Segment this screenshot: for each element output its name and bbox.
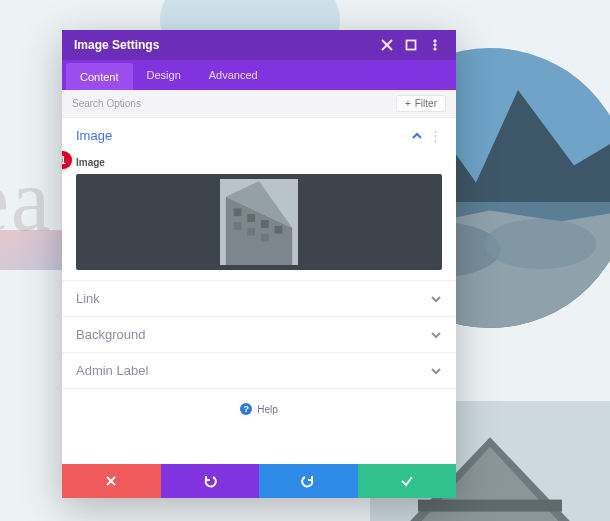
svg-point-13	[434, 40, 436, 42]
image-thumbnail	[220, 179, 298, 265]
search-input[interactable]: Search Options	[72, 98, 141, 109]
filter-label: Filter	[415, 98, 437, 109]
check-icon	[400, 474, 414, 488]
section-background-toggle[interactable]: Background	[62, 317, 456, 352]
section-title: Image	[76, 128, 112, 143]
section-admin-label: Admin Label	[62, 353, 456, 389]
section-title: Background	[76, 327, 145, 342]
panel-footer	[62, 464, 456, 498]
undo-icon	[203, 474, 217, 488]
panel-title: Image Settings	[74, 38, 159, 52]
section-link: Link	[62, 281, 456, 317]
drag-handle-icon[interactable]	[378, 36, 396, 54]
more-vertical-icon[interactable]: ⋮	[429, 129, 442, 142]
section-link-toggle[interactable]: Link	[62, 281, 456, 316]
plus-icon: +	[405, 98, 411, 109]
section-admin-label-toggle[interactable]: Admin Label	[62, 353, 456, 388]
field-label-text: Image	[76, 157, 105, 168]
section-title: Admin Label	[76, 363, 148, 378]
image-settings-panel: Image Settings Content Design Advanced S…	[62, 30, 456, 498]
section-image-toggle[interactable]: Image ⋮	[62, 118, 456, 153]
image-upload-well[interactable]	[76, 174, 442, 270]
cancel-button[interactable]	[62, 464, 161, 498]
filter-button[interactable]: + Filter	[396, 95, 446, 112]
svg-rect-21	[261, 220, 269, 228]
tab-content[interactable]: Content	[66, 63, 133, 90]
expand-icon[interactable]	[402, 36, 420, 54]
panel-header: Image Settings	[62, 30, 456, 60]
close-icon	[104, 474, 118, 488]
tab-design[interactable]: Design	[133, 60, 195, 90]
svg-rect-22	[275, 226, 283, 234]
svg-point-5	[484, 219, 596, 269]
chevron-up-icon	[411, 130, 423, 142]
save-button[interactable]	[358, 464, 457, 498]
annotation-badge: 1	[62, 151, 72, 169]
section-background: Background	[62, 317, 456, 353]
chevron-down-icon	[430, 365, 442, 377]
tab-label: Design	[147, 69, 181, 81]
tab-bar: Content Design Advanced	[62, 60, 456, 90]
svg-rect-24	[247, 228, 255, 236]
redo-icon	[301, 474, 315, 488]
svg-rect-19	[234, 208, 242, 216]
help-icon: ?	[240, 403, 252, 415]
help-label: Help	[257, 404, 278, 415]
image-field-label: 1 Image	[62, 153, 456, 172]
undo-button[interactable]	[161, 464, 260, 498]
redo-button[interactable]	[259, 464, 358, 498]
chevron-down-icon	[430, 329, 442, 341]
svg-point-15	[434, 48, 436, 50]
chevron-down-icon	[430, 293, 442, 305]
svg-rect-20	[247, 214, 255, 222]
section-image: Image ⋮ 1 Image	[62, 118, 456, 281]
more-vertical-icon[interactable]	[426, 36, 444, 54]
svg-rect-23	[234, 222, 242, 230]
section-title: Link	[76, 291, 100, 306]
help-link[interactable]: ? Help	[62, 389, 456, 423]
tab-label: Advanced	[209, 69, 258, 81]
search-bar: Search Options + Filter	[62, 90, 456, 118]
tab-label: Content	[80, 71, 119, 83]
svg-rect-9	[418, 500, 562, 512]
tab-advanced[interactable]: Advanced	[195, 60, 272, 90]
svg-rect-12	[407, 41, 416, 50]
svg-rect-25	[261, 234, 269, 242]
panel-content: Image ⋮ 1 Image	[62, 118, 456, 464]
svg-point-14	[434, 44, 436, 46]
